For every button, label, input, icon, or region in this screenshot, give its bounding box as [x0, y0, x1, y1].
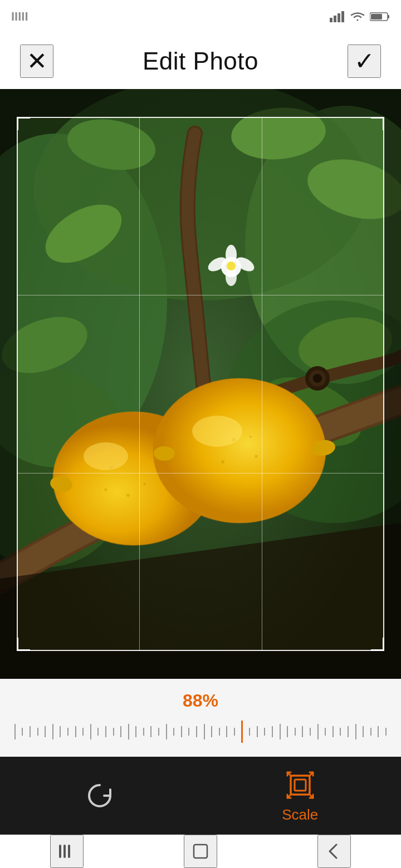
tick-21	[170, 728, 178, 736]
tick-24	[193, 726, 200, 737]
tick-29	[231, 728, 238, 736]
tick-2	[26, 726, 34, 737]
slider-panel: 88%	[0, 679, 401, 757]
tick-11	[95, 728, 102, 736]
tick-16	[133, 726, 140, 737]
svg-rect-2	[338, 13, 340, 22]
tick-14	[117, 726, 125, 737]
tick-34	[268, 726, 276, 737]
tick-47	[367, 728, 375, 736]
tick-41	[321, 728, 329, 736]
svg-rect-6	[371, 14, 382, 19]
svg-rect-1	[334, 16, 336, 22]
tick-31	[246, 728, 253, 736]
tick-7	[64, 728, 72, 736]
crop-outside-right	[384, 117, 401, 651]
status-icons	[330, 11, 390, 22]
tick-42	[329, 726, 337, 737]
svg-rect-54	[59, 845, 61, 858]
tick-9	[79, 728, 87, 736]
tick-27	[216, 728, 223, 736]
tick-48	[375, 726, 383, 737]
grid-line-horizontal-1	[17, 295, 384, 295]
tick-13	[110, 728, 118, 736]
tick-32	[253, 726, 261, 737]
crop-outside-top	[0, 89, 401, 117]
tick-5	[49, 724, 57, 739]
scale-label: Scale	[282, 806, 318, 823]
svg-rect-3	[341, 11, 344, 22]
svg-rect-55	[63, 845, 66, 858]
tick-45	[352, 724, 360, 739]
confirm-button[interactable]: ✓	[348, 45, 381, 78]
crop-outside-bottom	[0, 651, 401, 679]
svg-rect-49	[295, 780, 306, 791]
tick-39	[306, 728, 314, 736]
scale-button[interactable]: Scale	[265, 760, 335, 832]
tick-44	[344, 726, 352, 737]
svg-rect-48	[291, 776, 310, 795]
back-icon	[324, 841, 344, 861]
crop-corner-top-right[interactable]	[371, 117, 384, 130]
tick-28	[223, 726, 231, 737]
tick-46	[359, 726, 367, 737]
page-title: Edit Photo	[143, 47, 258, 75]
tick-17	[140, 728, 148, 736]
tick-15	[125, 724, 133, 739]
crop-outside-left	[0, 117, 17, 651]
toolbar: Scale	[0, 757, 401, 835]
reset-button[interactable]	[66, 770, 133, 821]
home-icon	[190, 841, 211, 861]
tick-38	[299, 726, 307, 737]
wifi-icon	[350, 11, 365, 22]
nav-back-button[interactable]	[317, 835, 351, 868]
nav-menu-button[interactable]	[50, 835, 84, 868]
battery-icon	[370, 11, 390, 22]
reset-icon	[83, 779, 116, 812]
tick-0	[11, 724, 19, 739]
tick-30	[238, 721, 246, 743]
tick-12	[102, 726, 110, 737]
header: ✕ Edit Photo ✓	[0, 33, 401, 89]
tick-22	[178, 726, 185, 737]
tick-26	[208, 726, 216, 737]
tick-10	[87, 724, 95, 739]
tick-23	[185, 728, 193, 736]
crop-corner-bottom-right[interactable]	[371, 638, 384, 651]
signal-icon	[330, 11, 345, 22]
grid-line-horizontal-2	[17, 473, 384, 474]
tick-3	[34, 728, 42, 736]
menu-icon	[57, 841, 77, 861]
tick-40	[314, 724, 322, 739]
slider-ticks[interactable]	[11, 721, 390, 743]
tick-43	[337, 728, 345, 736]
slider-value: 88%	[183, 691, 218, 711]
tick-4	[41, 726, 49, 737]
nav-home-button[interactable]	[184, 835, 217, 868]
crop-border[interactable]	[17, 117, 384, 651]
svg-rect-56	[68, 845, 70, 858]
status-time: IIIII	[11, 9, 28, 24]
tick-18	[148, 726, 155, 737]
tick-8	[72, 726, 80, 737]
tick-49	[382, 728, 390, 736]
tick-6	[57, 726, 65, 737]
grid-line-vertical-2	[262, 117, 262, 651]
tick-33	[261, 728, 269, 736]
photo-area[interactable]	[0, 89, 401, 679]
crop-corner-bottom-left[interactable]	[17, 638, 30, 651]
close-button[interactable]: ✕	[20, 45, 53, 78]
svg-rect-5	[388, 15, 389, 18]
tick-37	[291, 728, 299, 736]
svg-rect-57	[194, 845, 207, 858]
svg-rect-0	[330, 18, 332, 22]
status-bar: IIIII	[0, 0, 401, 33]
tick-1	[19, 728, 27, 736]
crop-corner-top-left[interactable]	[17, 117, 30, 130]
tick-25	[200, 724, 208, 739]
nav-bar	[0, 835, 401, 868]
tick-36	[283, 726, 291, 737]
tick-35	[276, 724, 284, 739]
scale-icon	[283, 768, 317, 802]
slider-track[interactable]	[11, 718, 390, 746]
